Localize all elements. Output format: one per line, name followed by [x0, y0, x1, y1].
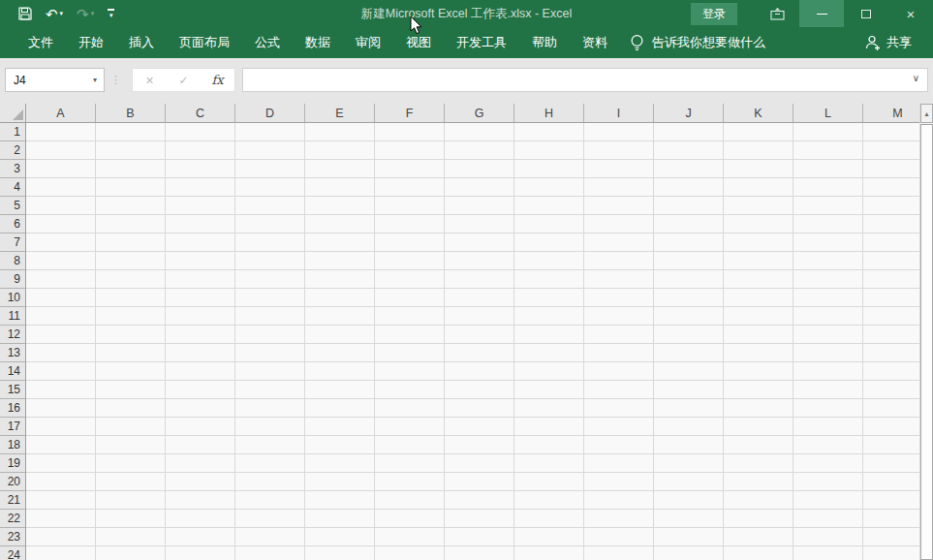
column-header-E[interactable]: E: [305, 104, 375, 122]
row-header-4[interactable]: 4: [0, 178, 25, 197]
row-header-6[interactable]: 6: [0, 215, 25, 233]
row-header-16[interactable]: 16: [0, 399, 25, 418]
minimize-icon: [817, 14, 827, 15]
select-all-triangle-icon: [13, 109, 23, 120]
menu-tab-9[interactable]: 帮助: [519, 27, 570, 58]
column-headers: ABCDEFGHIJKLM: [26, 104, 919, 123]
name-box-value: J4: [14, 74, 26, 87]
sign-in-button[interactable]: 登录: [691, 3, 737, 25]
column-header-H[interactable]: H: [514, 104, 584, 122]
minimize-button[interactable]: [799, 0, 844, 27]
ribbon-display-options-icon: [770, 8, 785, 20]
column-header-I[interactable]: I: [584, 104, 654, 122]
column-header-M[interactable]: M: [863, 104, 919, 122]
menu-tab-7[interactable]: 视图: [393, 27, 444, 58]
row-header-19[interactable]: 19: [0, 454, 25, 473]
menu-tab-2[interactable]: 插入: [116, 27, 167, 58]
menu-tab-5[interactable]: 数据: [293, 27, 343, 58]
scroll-up-button[interactable]: ▲: [920, 104, 933, 123]
scroll-up-icon: ▲: [923, 110, 930, 117]
cell-grid[interactable]: [26, 123, 919, 560]
menu-tabs: 文件开始插入页面布局公式数据审阅视图开发工具帮助资料: [16, 27, 620, 58]
menu-tab-1[interactable]: 开始: [66, 27, 116, 58]
row-header-14[interactable]: 14: [0, 362, 25, 381]
confirm-entry-button[interactable]: ✓: [170, 74, 199, 87]
undo-dropdown-icon: ▾: [60, 10, 64, 17]
excel-window: ↶ ▾ ↷ ▾ ▾ 新建Microsoft Excel 工作表.xlsx - E…: [0, 0, 933, 560]
maximize-button[interactable]: [844, 0, 888, 27]
ribbon-display-options-button[interactable]: [755, 0, 799, 27]
lightbulb-icon: [630, 34, 644, 52]
column-header-C[interactable]: C: [166, 104, 235, 122]
row-header-20[interactable]: 20: [0, 473, 25, 491]
row-header-13[interactable]: 13: [0, 344, 25, 362]
menu-tab-0[interactable]: 文件: [16, 27, 66, 58]
row-header-21[interactable]: 21: [0, 491, 25, 510]
column-header-F[interactable]: F: [375, 104, 445, 122]
row-header-23[interactable]: 23: [0, 528, 25, 546]
scrollbar-thumb[interactable]: [920, 124, 933, 560]
row-header-11[interactable]: 11: [0, 307, 25, 326]
cancel-entry-button[interactable]: ×: [136, 73, 165, 88]
customize-quick-access-icon: ▾: [108, 9, 114, 19]
tell-me-label: 告诉我你想要做什么: [652, 34, 765, 51]
vertical-scrollbar[interactable]: ▲: [919, 104, 933, 560]
row-header-24[interactable]: 24: [0, 546, 25, 560]
row-header-10[interactable]: 10: [0, 289, 25, 307]
menu-tab-8[interactable]: 开发工具: [444, 27, 519, 58]
row-header-22[interactable]: 22: [0, 510, 25, 528]
expand-formula-bar-icon[interactable]: ∨: [913, 73, 919, 83]
formula-input[interactable]: ∨: [242, 68, 928, 92]
insert-function-button[interactable]: fx: [203, 73, 233, 87]
column-header-J[interactable]: J: [654, 104, 724, 122]
redo-icon: ↷: [77, 7, 89, 21]
quick-access-toolbar: ↶ ▾ ↷ ▾ ▾: [0, 2, 119, 25]
redo-button[interactable]: ↷ ▾: [72, 2, 99, 25]
select-all-button[interactable]: [0, 104, 26, 123]
formula-bar-drag-handle[interactable]: ⋮: [110, 68, 121, 92]
close-button[interactable]: ×: [888, 0, 933, 27]
column-header-L[interactable]: L: [793, 104, 863, 122]
row-header-9[interactable]: 9: [0, 270, 25, 289]
row-header-15[interactable]: 15: [0, 381, 25, 399]
maximize-icon: [861, 10, 871, 18]
ribbon-tab-bar: 文件开始插入页面布局公式数据审阅视图开发工具帮助资料 告诉我你想要做什么 共享: [0, 27, 933, 58]
tell-me-box[interactable]: 告诉我你想要做什么: [630, 34, 765, 52]
share-person-icon: [865, 35, 882, 50]
column-header-D[interactable]: D: [235, 104, 305, 122]
close-icon: ×: [907, 7, 916, 21]
menu-tab-3[interactable]: 页面布局: [167, 27, 242, 58]
formula-bar-row: J4 ▾ ⋮ × ✓ fx ∨: [0, 58, 933, 104]
menu-tab-4[interactable]: 公式: [242, 27, 293, 58]
row-header-18[interactable]: 18: [0, 436, 25, 454]
formula-buttons: × ✓ fx: [132, 68, 235, 92]
row-header-2[interactable]: 2: [0, 141, 25, 160]
share-button[interactable]: 共享: [865, 34, 933, 51]
undo-button[interactable]: ↶ ▾: [41, 2, 68, 25]
row-header-8[interactable]: 8: [0, 252, 25, 270]
column-header-K[interactable]: K: [724, 104, 793, 122]
row-headers: 123456789101112131415161718192021222324: [0, 123, 26, 560]
column-header-B[interactable]: B: [96, 104, 166, 122]
column-header-A[interactable]: A: [26, 104, 96, 122]
name-box-dropdown-icon[interactable]: ▾: [93, 76, 97, 84]
undo-icon: ↶: [46, 7, 58, 21]
menu-tab-10[interactable]: 资料: [570, 27, 620, 58]
row-header-12[interactable]: 12: [0, 326, 25, 344]
row-header-3[interactable]: 3: [0, 160, 25, 178]
share-label: 共享: [886, 34, 912, 51]
row-header-17[interactable]: 17: [0, 418, 25, 436]
menu-tab-6[interactable]: 审阅: [343, 27, 393, 58]
row-header-1[interactable]: 1: [0, 123, 25, 141]
titlebar: ↶ ▾ ↷ ▾ ▾ 新建Microsoft Excel 工作表.xlsx - E…: [0, 0, 933, 27]
worksheet: ABCDEFGHIJKLM 12345678910111213141516171…: [0, 104, 933, 560]
titlebar-controls: 登录 ×: [691, 0, 933, 27]
redo-dropdown-icon: ▾: [91, 10, 95, 17]
save-button[interactable]: [14, 2, 37, 25]
row-header-7[interactable]: 7: [0, 233, 25, 252]
customize-quick-access-button[interactable]: ▾: [103, 2, 119, 25]
save-icon: [18, 7, 32, 20]
name-box[interactable]: J4 ▾: [5, 68, 105, 92]
column-header-G[interactable]: G: [445, 104, 514, 122]
row-header-5[interactable]: 5: [0, 197, 25, 215]
